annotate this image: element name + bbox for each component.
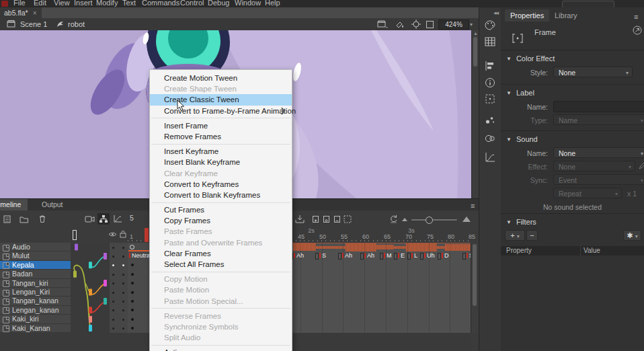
visibility-dot[interactable]: [112, 301, 114, 303]
menu-edit[interactable]: Edit: [34, 0, 46, 7]
timeline-scrollbar-thumb[interactable]: [473, 244, 477, 306]
tab-timeline[interactable]: Timeline: [0, 199, 28, 210]
visibility-dot[interactable]: [112, 319, 114, 321]
layer-name-kepala[interactable]: Kepala: [0, 261, 71, 270]
export-frames-icon[interactable]: [294, 213, 306, 225]
breadcrumb-symbol[interactable]: robot: [68, 20, 85, 28]
layer-name-tangan-kanan[interactable]: Tangan_kanan: [0, 297, 71, 305]
lock-dot[interactable]: [122, 274, 124, 276]
menu-item-select-all-frames[interactable]: Select All Frames: [150, 259, 292, 270]
menu-commands[interactable]: Commands: [142, 0, 179, 7]
layer-name-lengan-kanan[interactable]: Lengan_kanan: [0, 306, 71, 315]
layer-name-kaki-kiri[interactable]: Kaki_kiri: [0, 315, 71, 323]
frame-cell[interactable]: [128, 315, 152, 324]
layer-name-kaki-kanan[interactable]: Kaki_Kanan: [0, 324, 71, 333]
pin-properties-icon[interactable]: [633, 26, 642, 35]
menu-text[interactable]: Text: [122, 0, 136, 7]
frame-size-slider-handle[interactable]: [426, 217, 433, 224]
menu-view[interactable]: View: [54, 0, 70, 7]
motion-editor-panel-icon[interactable]: [485, 152, 495, 163]
clip-content-icon[interactable]: [426, 21, 434, 28]
visibility-dot[interactable]: [112, 256, 114, 258]
delete-layer-icon[interactable]: [36, 213, 48, 225]
lock-dot[interactable]: [122, 319, 124, 321]
camera-icon[interactable]: [83, 213, 95, 225]
tab-properties[interactable]: Properties: [505, 9, 549, 22]
stage-zoom-select[interactable]: 424%: [438, 20, 469, 30]
visibility-dot[interactable]: [112, 282, 114, 284]
frame-cell[interactable]: [128, 297, 152, 306]
zoom-chevron-icon[interactable]: ▾: [470, 22, 473, 28]
section-label[interactable]: ▼Label: [506, 89, 534, 97]
color-panel-icon[interactable]: [485, 20, 495, 31]
lock-dot[interactable]: [122, 292, 124, 294]
zoom-in-frames-icon[interactable]: [462, 217, 471, 222]
menu-item-convert-to-blank-keyframes[interactable]: Convert to Blank Keyframes: [150, 190, 292, 200]
section-filters[interactable]: ▼Filters: [506, 218, 536, 226]
menu-control[interactable]: Control: [180, 0, 204, 7]
menu-item-convert-to-keyframes[interactable]: Convert to Keyframes: [150, 179, 292, 190]
tab-output[interactable]: Output: [35, 199, 70, 210]
menu-file[interactable]: File: [13, 0, 26, 7]
new-folder-icon[interactable]: [18, 213, 30, 225]
lock-dot[interactable]: [122, 256, 124, 258]
menu-item-insert-keyframe[interactable]: Insert Keyframe: [150, 146, 292, 157]
add-filter-button[interactable]: + ▾: [505, 230, 525, 241]
frame-cell[interactable]: [128, 270, 152, 279]
app-icon[interactable]: [1, 1, 8, 7]
visibility-dot[interactable]: [112, 327, 114, 329]
visibility-dot[interactable]: [112, 264, 114, 266]
frame-cell[interactable]: [128, 279, 152, 288]
graph-editor-icon[interactable]: [112, 213, 124, 225]
lock-dot[interactable]: [122, 247, 124, 249]
menu-item-copy-frames[interactable]: Copy Frames: [150, 215, 292, 226]
frame-cell[interactable]: Neutral: [128, 251, 152, 261]
creative-cloud-panel-icon[interactable]: [485, 133, 495, 144]
swatches-panel-icon[interactable]: [485, 36, 495, 47]
zoom-out-frames-icon[interactable]: [402, 218, 407, 221]
frame-cell[interactable]: [128, 288, 152, 297]
layer-name-lengan-kiri[interactable]: Lengan_Kiri: [0, 288, 71, 297]
collapse-dock-icon[interactable]: ◂◂: [493, 9, 498, 16]
new-layer-icon[interactable]: [1, 213, 13, 225]
frame-cell[interactable]: [128, 243, 152, 252]
menu-item-cut-frames[interactable]: Cut Frames: [150, 204, 292, 215]
lock-dot[interactable]: [122, 282, 124, 284]
menu-item-clear-frames[interactable]: Clear Frames: [150, 248, 292, 259]
frame-size-slider-track[interactable]: [411, 219, 457, 221]
workspace-switcher[interactable]: [562, 1, 614, 7]
breadcrumb-scene[interactable]: Scene 1: [20, 20, 47, 28]
layer-name-tangan-kiri[interactable]: Tangan_kiri: [0, 279, 71, 288]
lock-dot[interactable]: [122, 301, 124, 303]
close-tab-icon[interactable]: ×: [33, 9, 37, 17]
menu-item-create-classic-tween[interactable]: Create Classic Tween: [150, 94, 292, 105]
menu-item-actions[interactable]: Actions: [150, 347, 292, 351]
label-name-input[interactable]: [553, 101, 644, 112]
edit-scene-icon[interactable]: [377, 20, 388, 28]
timeline-panel-menu-icon[interactable]: ≡: [471, 202, 475, 210]
menu-modify[interactable]: Modify: [96, 0, 118, 7]
menu-item-insert-blank-keyframe[interactable]: Insert Blank Keyframe: [150, 157, 292, 167]
layer-name-mulut[interactable]: Mulut: [0, 251, 71, 260]
sound-name-select[interactable]: None▾: [553, 147, 644, 158]
reset-timeline-zoom-icon[interactable]: [387, 213, 399, 225]
frame-cell[interactable]: [128, 261, 152, 270]
center-stage-icon[interactable]: [411, 20, 421, 29]
stage-scrollbar-thumb[interactable]: [473, 37, 477, 67]
transform-panel-icon[interactable]: [485, 93, 495, 104]
menu-debug[interactable]: Debug: [208, 0, 229, 7]
menu-item-create-motion-tween[interactable]: Create Motion Tween: [150, 73, 292, 83]
menu-help[interactable]: Help: [265, 0, 280, 7]
document-tab[interactable]: ab5.fla*×: [0, 7, 42, 18]
visibility-dot[interactable]: [112, 247, 114, 249]
tab-library[interactable]: Library: [549, 9, 583, 22]
fill-options-icon[interactable]: [395, 20, 406, 28]
menu-item-insert-frame[interactable]: Insert Frame: [150, 120, 292, 131]
filter-options-button[interactable]: ✱ ▾: [623, 230, 641, 241]
particles-panel-icon[interactable]: [485, 114, 495, 125]
info-panel-icon[interactable]: [485, 77, 495, 88]
align-panel-icon[interactable]: [485, 61, 495, 71]
remove-filter-button[interactable]: −: [526, 230, 538, 241]
visibility-dot[interactable]: [112, 292, 114, 294]
lock-dot[interactable]: [122, 264, 124, 266]
